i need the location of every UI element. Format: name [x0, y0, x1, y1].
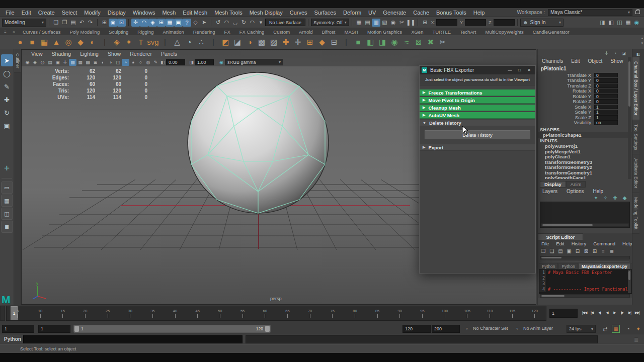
redo-icon[interactable]: ↷ [86, 19, 95, 27]
history-menu-arrow-icon[interactable]: ▾ [257, 19, 265, 27]
character-controls-icon[interactable]: ✦ [634, 325, 642, 333]
channel-attribute-name[interactable]: Visibility [538, 120, 594, 125]
se-command-menu[interactable]: Command [590, 241, 619, 246]
anim-layer-arrow-icon[interactable]: ▿ [516, 326, 518, 331]
shelf-smooth[interactable]: ▩ [256, 36, 268, 48]
go-to-start-button[interactable]: |◀◀ [581, 309, 588, 317]
channel-manipulator-icon[interactable]: ✛ [603, 50, 610, 56]
isolate-select-icon[interactable]: ◔ [122, 59, 129, 66]
layer-tab-anim[interactable]: Anim [566, 181, 586, 188]
fbx-collapsed-section[interactable]: ▶Move Pivot to Origin [420, 97, 535, 104]
cb-edit-menu[interactable]: Edit [567, 58, 584, 64]
input-node[interactable]: transformGeometry3 [538, 159, 632, 165]
channel-box-toggle-icon[interactable]: ◫ [615, 19, 624, 27]
snap-view-plane-icon[interactable]: ▦ [166, 19, 174, 27]
channel-graph-icon[interactable]: ◪ [620, 50, 627, 56]
tab-modeling-toolkit[interactable]: Modeling Toolkit [632, 193, 639, 234]
lasso-select-tool[interactable]: ◯ [1, 67, 13, 79]
menu-edit[interactable]: Edit [18, 10, 35, 16]
shelf-multicut[interactable]: ✚ [280, 36, 292, 48]
textured-mode-icon[interactable]: ▩ [84, 59, 92, 66]
shelf-extrude[interactable]: ⊞ [304, 36, 316, 48]
step-forward-frame-button[interactable]: ▶| [626, 309, 633, 317]
gamma-icon[interactable]: ◨ [188, 59, 195, 65]
outliner-tab[interactable]: Outliner [14, 49, 21, 73]
script-editor-button-icon[interactable]: ≣ [632, 335, 640, 343]
shelf-construction-plane[interactable]: △ [171, 36, 183, 48]
layer-list-area[interactable] [540, 202, 630, 228]
menu-file[interactable]: File [2, 10, 18, 16]
shelf-reduce[interactable]: ▨ [268, 36, 280, 48]
render-current-frame-icon[interactable]: ▤ [363, 19, 372, 27]
character-set-selector[interactable]: No Character Set [473, 326, 508, 331]
snap-grid-icon[interactable]: ✛ [131, 19, 140, 27]
menu-bonus-tools[interactable]: Bonus Tools [433, 10, 470, 16]
script-editor-code-area[interactable]: 1# Maya Basic FBX Exporter 2 3 4# ------… [539, 269, 632, 294]
menu-create[interactable]: Create [35, 10, 58, 16]
view-transform-dropdown[interactable]: sRGB gamma [225, 59, 283, 65]
construction-history-icon[interactable]: ↺ [214, 19, 222, 27]
motion-blur-icon[interactable]: ◫ [114, 59, 122, 66]
viewport-select-camera-icon[interactable]: ◉ [24, 59, 31, 66]
echo-commands-icon[interactable]: ≡ [600, 247, 607, 254]
last-tool-used[interactable]: ✛ [1, 162, 13, 174]
close-button[interactable]: ✕ [525, 67, 533, 74]
viewport-menu-view[interactable]: View [27, 51, 47, 57]
animation-preferences-icon[interactable]: ◔ [624, 325, 632, 333]
shelf-poly-plane[interactable]: ◆ [74, 36, 87, 48]
shelf-poly-disc[interactable]: ◐ [87, 36, 99, 48]
select-component-icon[interactable]: ⊡ [117, 19, 126, 27]
select-hierarchy-icon[interactable]: ⊞ [100, 19, 109, 27]
shelf-separator[interactable]: | [159, 36, 171, 48]
shelf-tab-xgen[interactable]: XGen [407, 29, 428, 35]
attribute-editor-toggle-icon[interactable]: ◨ [598, 19, 607, 27]
animation-end-field[interactable]: 200 [432, 325, 460, 333]
channel-attribute-value[interactable]: on [594, 120, 618, 125]
input-node[interactable]: transformGeometry1 [538, 170, 632, 175]
animation-start-field[interactable]: 1 [2, 325, 34, 333]
shelf-tab-techart[interactable]: TechArt [455, 29, 480, 35]
shelf-poly-torus[interactable]: ◎ [62, 36, 74, 48]
channel-attribute-value[interactable]: 0 [594, 83, 618, 88]
new-layer-from-selected-icon[interactable]: ◆ [621, 195, 628, 201]
layer-move-down-icon[interactable]: ✧ [602, 195, 609, 201]
menu-deform[interactable]: Deform [340, 10, 365, 16]
lock-selection-icon[interactable]: ◇ [191, 19, 200, 27]
paint-select-tool[interactable]: ✎ [1, 80, 13, 93]
modeling-toolkit-toggle-icon[interactable]: ◉ [632, 19, 641, 27]
shelf-poly-cone[interactable]: ▲ [50, 36, 62, 48]
command-language-toggle[interactable]: Python [4, 336, 21, 342]
channel-attribute-value[interactable]: 1 [594, 105, 618, 110]
shape-node-name[interactable]: pPlatonicShape1 [538, 132, 632, 138]
viewport-2d-pan-icon[interactable]: ✛ [61, 59, 69, 66]
layer-list-scrollbar[interactable] [541, 223, 629, 227]
viewport-menu-panels[interactable]: Panels [156, 51, 182, 57]
shelf-separator[interactable]: | [99, 36, 111, 48]
play-forwards-button[interactable]: ▶ [611, 309, 618, 317]
shelf-uv-cut[interactable]: ✂ [437, 36, 449, 48]
deformer-history-icon[interactable]: ↻ [239, 19, 248, 27]
channel-attribute-value[interactable]: 0 [594, 73, 618, 78]
channel-attribute-value[interactable]: 0 [594, 94, 618, 99]
layer-help-menu[interactable]: Help [588, 189, 608, 194]
menu-curves[interactable]: Curves [286, 10, 311, 16]
delete-history-button[interactable]: Delete History [425, 130, 530, 139]
shelf-tab-turtle[interactable]: TURTLE [428, 29, 455, 35]
script-editor-hscrollbar[interactable] [540, 256, 630, 259]
playback-loop-icon[interactable]: ⇄ [601, 325, 609, 333]
range-slider[interactable]: 1 120 [73, 325, 271, 333]
rebuild-history-icon[interactable]: ◠ [248, 19, 257, 27]
command-input-field[interactable] [23, 335, 243, 343]
shelf-platonic-solid[interactable]: ◈ [111, 36, 123, 48]
new-empty-layer-icon[interactable]: ✚ [612, 195, 618, 201]
shelf-tab-multicopyweights[interactable]: MultiCopyWeights [480, 29, 528, 35]
viewport-menu-shading[interactable]: Shading [47, 51, 76, 57]
sign-in-dropdown[interactable]: ☻Sign In [520, 19, 564, 27]
workspace-toggle-icon[interactable]: ▦ [624, 19, 632, 27]
character-set-arrow-icon[interactable]: ▿ [466, 326, 468, 331]
menu-select[interactable]: Select [58, 10, 81, 16]
shelf-tab-mash[interactable]: MASH [340, 29, 363, 35]
shelf-tab-fx-caching[interactable]: FX Caching [235, 29, 269, 35]
se-file-menu[interactable]: File [538, 241, 552, 246]
tab-tool-settings[interactable]: Tool Settings [632, 120, 639, 155]
